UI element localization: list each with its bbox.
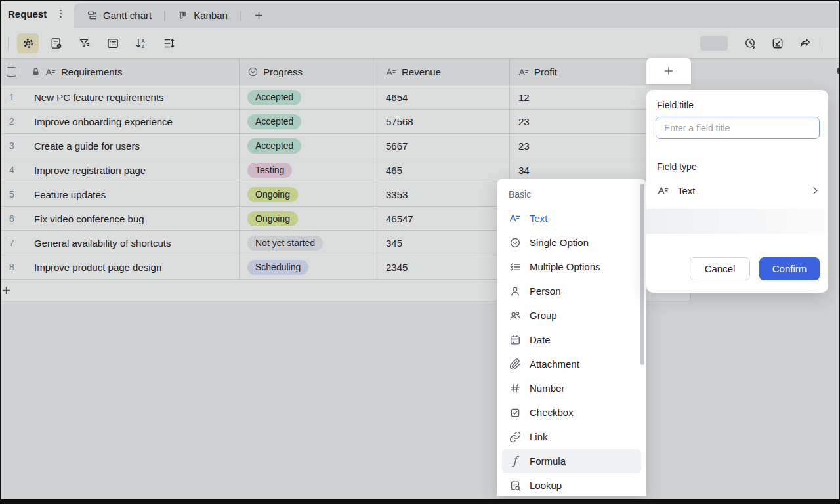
plus-icon <box>663 65 675 77</box>
app-window: Request Gantt chart Kanban <box>0 0 840 504</box>
confirm-button[interactable]: Confirm <box>759 257 820 280</box>
multiple-options-icon <box>509 261 521 273</box>
menu-item-label: Single Option <box>530 237 589 248</box>
menu-item-label: Formula <box>530 455 566 467</box>
collapsed-section-placeholder <box>646 209 828 234</box>
menu-item-label: Text <box>530 213 548 224</box>
attachment-icon <box>509 358 521 370</box>
field-type-label: Field type <box>657 161 697 172</box>
date-icon <box>509 333 521 346</box>
menu-item-label: Number <box>530 383 564 394</box>
menu-item-label: Lookup <box>530 480 562 491</box>
menu-item-checkbox[interactable]: Checkbox <box>502 400 641 425</box>
chevron-right-icon <box>810 185 820 196</box>
field-type-value: Text <box>677 185 696 196</box>
group-icon <box>509 309 521 322</box>
link-icon <box>509 430 521 443</box>
menu-scrollbar[interactable] <box>640 184 644 365</box>
formula-icon: ƒ <box>509 455 521 467</box>
field-title-label: Field title <box>657 100 694 110</box>
add-field-button[interactable] <box>646 58 691 84</box>
field-config-popup: Field title Field type Text Cancel Confi… <box>646 90 828 293</box>
cancel-button[interactable]: Cancel <box>690 257 750 280</box>
field-type-menu: Basic Text Single Option Multiple Option… <box>497 178 646 496</box>
lookup-icon <box>509 479 521 492</box>
menu-item-attachment[interactable]: Attachment <box>502 352 641 376</box>
menu-item-label: Person <box>530 285 561 297</box>
menu-item-label: Checkbox <box>530 407 574 418</box>
menu-item-person[interactable]: Person <box>502 279 641 303</box>
text-field-icon <box>509 212 521 224</box>
person-icon <box>509 285 521 297</box>
menu-item-label: Date <box>530 334 551 345</box>
menu-item-formula[interactable]: ƒ Formula <box>502 449 641 473</box>
number-icon <box>509 382 521 394</box>
menu-item-text[interactable]: Text <box>502 206 641 230</box>
menu-item-label: Group <box>530 310 557 321</box>
menu-item-date[interactable]: Date <box>502 327 641 352</box>
field-type-selector[interactable]: Text <box>657 180 820 201</box>
field-title-input[interactable] <box>656 117 820 139</box>
menu-item-label: Multiple Options <box>530 261 600 272</box>
menu-item-link[interactable]: Link <box>502 425 641 449</box>
checkbox-icon <box>509 406 521 419</box>
single-option-icon <box>509 236 521 249</box>
menu-item-multiple-options[interactable]: Multiple Options <box>502 255 641 279</box>
menu-item-label: Attachment <box>530 358 579 369</box>
menu-item-lookup[interactable]: Lookup <box>502 473 641 497</box>
menu-item-group[interactable]: Group <box>502 303 641 327</box>
menu-item-label: Link <box>530 431 548 442</box>
menu-item-number[interactable]: Number <box>502 376 641 400</box>
menu-section-basic: Basic <box>502 182 641 206</box>
text-field-icon <box>657 184 669 197</box>
menu-item-single-option[interactable]: Single Option <box>502 230 641 255</box>
